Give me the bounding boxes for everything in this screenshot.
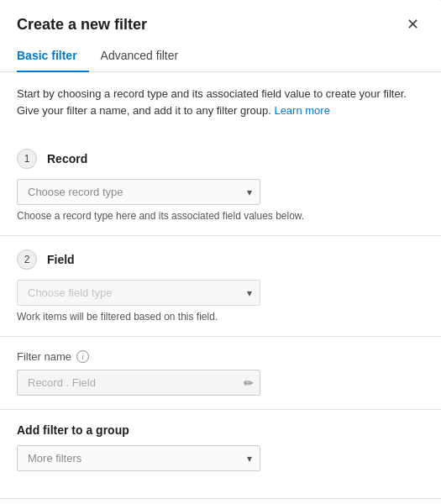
filter-group-dropdown-wrapper: More filters ▾ (17, 445, 260, 471)
dialog-body: Start by choosing a record type and its … (0, 72, 441, 498)
filter-name-input-wrapper: ✏ (17, 370, 260, 396)
filter-name-input[interactable] (17, 370, 260, 396)
learn-more-link[interactable]: Learn more (274, 104, 329, 117)
record-section-header: 1 Record (17, 149, 424, 169)
record-type-dropdown[interactable]: Choose record type (17, 179, 260, 205)
field-section-title: Field (47, 253, 75, 266)
dialog-header: Create a new filter ✕ (0, 0, 441, 42)
filter-name-label: Filter name i (17, 350, 424, 363)
record-section-title: Record (47, 152, 87, 165)
add-filter-group-section: Add filter to a group More filters ▾ (17, 410, 424, 485)
edit-filter-name-icon[interactable]: ✏ (244, 376, 254, 390)
tab-basic[interactable]: Basic filter (17, 42, 89, 72)
field-hint-text: Work items will be filtered based on thi… (17, 311, 424, 323)
filter-name-section: Filter name i ✏ (17, 337, 424, 409)
create-filter-dialog: Create a new filter ✕ Basic filter Advan… (0, 0, 441, 504)
record-type-dropdown-wrapper: Choose record type ▾ (17, 179, 260, 205)
step-2-circle: 2 (17, 249, 37, 270)
field-section-header: 2 Field (17, 249, 424, 270)
close-button[interactable]: ✕ (402, 15, 424, 34)
add-filter-label: Add filter to a group (17, 423, 424, 437)
field-section: 2 Field Choose field type ▾ Work items w… (17, 236, 424, 336)
field-type-dropdown-wrapper: Choose field type ▾ (17, 280, 260, 306)
record-section: 1 Record Choose record type ▾ Choose a r… (17, 135, 424, 235)
filter-group-dropdown[interactable]: More filters (17, 445, 260, 471)
field-section-inner: 2 Field Choose field type ▾ Work items w… (17, 236, 424, 336)
step-1-circle: 1 (17, 149, 37, 169)
field-type-dropdown[interactable]: Choose field type (17, 280, 260, 306)
tab-bar: Basic filter Advanced filter (0, 42, 441, 72)
record-section-inner: 1 Record Choose record type ▾ Choose a r… (17, 135, 424, 235)
record-hint-text: Choose a record type here and its associ… (17, 210, 424, 222)
description-text: Start by choosing a record type and its … (17, 86, 424, 118)
dialog-footer: Save Cancel (0, 498, 441, 504)
dialog-title: Create a new filter (17, 16, 147, 34)
filter-name-info-icon: i (76, 350, 89, 363)
tab-advanced[interactable]: Advanced filter (89, 42, 191, 72)
